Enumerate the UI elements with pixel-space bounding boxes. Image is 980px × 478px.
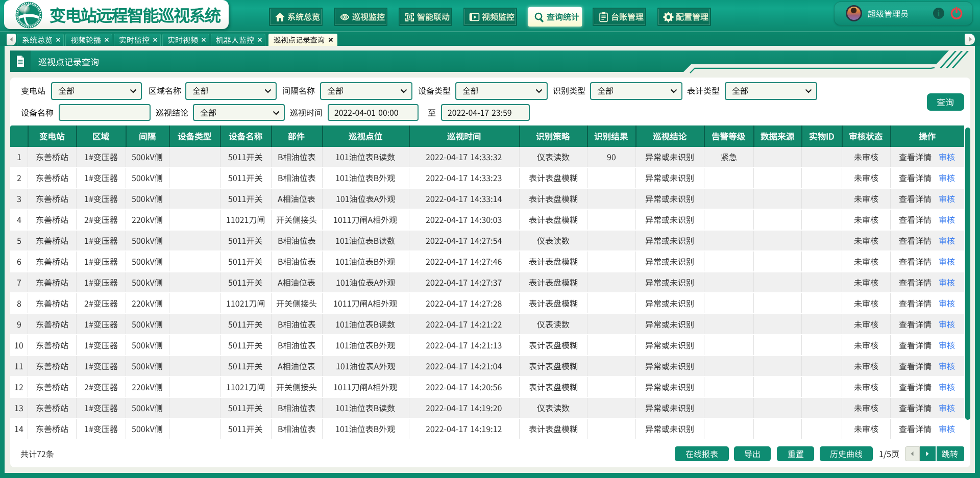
svg-text:i: i: [938, 9, 940, 18]
